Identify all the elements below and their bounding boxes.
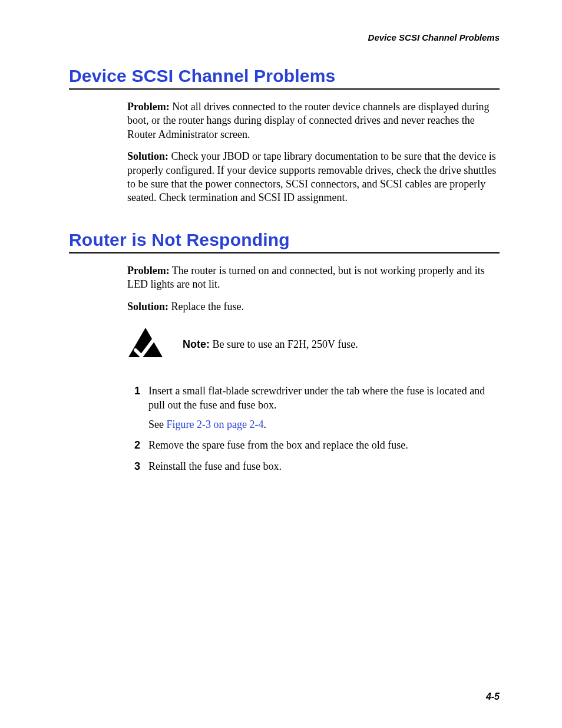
section1-rule — [69, 88, 500, 90]
note-label: Note: — [183, 338, 210, 350]
section1-problem-text: Not all drives connected to the router d… — [127, 101, 489, 140]
section2-heading: Router is Not Responding — [69, 230, 500, 250]
section2-solution-text: Replace the fuse. — [168, 301, 244, 312]
figure-cross-reference[interactable]: Figure 2-3 on page 2-4 — [167, 419, 264, 430]
page: Device SCSI Channel Problems Device SCSI… — [0, 0, 562, 728]
section1-body: Problem: Not all drives connected to the… — [127, 100, 500, 205]
page-number: 4-5 — [486, 691, 500, 702]
section1-heading: Device SCSI Channel Problems — [69, 66, 500, 86]
section1-problem-label: Problem: — [127, 101, 170, 113]
step-2-text: Remove the spare fuse from the box and r… — [148, 439, 408, 451]
section1-solution: Solution: Check your JBOD or tape librar… — [127, 150, 500, 205]
section2-problem: Problem: The router is turned on and con… — [127, 264, 500, 292]
step-1-see-suffix: . — [263, 419, 266, 430]
step-1: Insert a small flat-blade screwdriver un… — [127, 384, 500, 431]
section2-problem-text: The router is turned on and connected, b… — [127, 265, 485, 290]
step-3-text: Reinstall the fuse and fuse box. — [148, 460, 282, 472]
note-body: Be sure to use an F2H, 250V fuse. — [210, 338, 358, 350]
note-text: Note: Be sure to use an F2H, 250V fuse. — [183, 338, 358, 351]
step-1-see: See Figure 2-3 on page 2-4. — [148, 418, 500, 431]
section1-solution-label: Solution: — [127, 150, 168, 162]
step-1-text: Insert a small flat-blade screwdriver un… — [148, 385, 485, 410]
step-1-see-prefix: See — [148, 419, 167, 430]
section1-problem: Problem: Not all drives connected to the… — [127, 100, 500, 141]
steps-list: Insert a small flat-blade screwdriver un… — [127, 384, 500, 473]
section2-solution-label: Solution: — [127, 301, 168, 312]
section2-rule — [69, 252, 500, 253]
section2-body: Problem: The router is turned on and con… — [127, 264, 500, 474]
section2-problem-label: Problem: — [127, 265, 170, 276]
step-3: Reinstall the fuse and fuse box. — [127, 460, 500, 473]
section1-solution-text: Check your JBOD or tape library document… — [127, 150, 496, 203]
section2-solution: Solution: Replace the fuse. — [127, 300, 500, 314]
note-icon — [127, 327, 164, 363]
step-2: Remove the spare fuse from the box and r… — [127, 439, 500, 452]
note-row: Note: Be sure to use an F2H, 250V fuse. — [127, 327, 500, 363]
running-header: Device SCSI Channel Problems — [69, 32, 500, 42]
